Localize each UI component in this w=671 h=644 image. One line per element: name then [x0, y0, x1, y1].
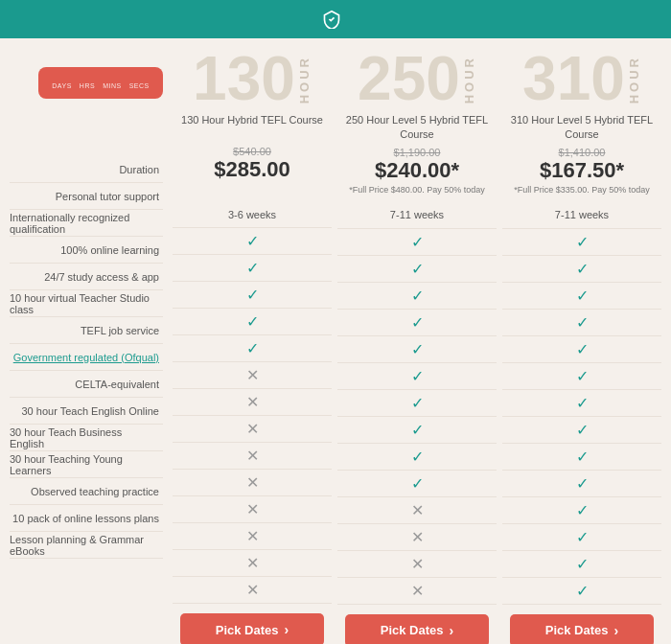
feature-label-11: 30 hour Teaching Young Learners	[10, 451, 163, 478]
check-icon: ✓	[411, 313, 424, 332]
pick-dates-button-2[interactable]: Pick Dates›	[510, 614, 653, 644]
feature-cell-2-7: ✓	[502, 390, 661, 417]
feature-cell-1-8: ✓	[337, 417, 497, 444]
price-current-1: $240.00*	[375, 158, 459, 183]
check-icon: ✓	[576, 474, 589, 493]
feature-cell-0-10: ✕	[173, 470, 332, 496]
feature-label-6: TEFL job service	[10, 317, 163, 344]
check-icon: ✓	[411, 394, 424, 412]
hour-number-2: 310	[522, 48, 625, 109]
cross-icon: ✕	[246, 581, 259, 599]
cross-icon: ✕	[411, 555, 424, 573]
feature-cells-2: 7-11 weeks✓✓✓✓✓✓✓✓✓✓✓✓✓✓	[502, 202, 661, 605]
course-name-2: 310 Hour Level 5 Hybrid TEFL Course	[502, 113, 661, 143]
check-icon: ✓	[576, 555, 589, 573]
cross-icon: ✕	[246, 473, 259, 492]
column-2: 310HOUR310 Hour Level 5 Hybrid TEFL Cour…	[502, 48, 661, 644]
pick-dates-button-0[interactable]: Pick Dates›	[180, 613, 323, 644]
feature-cell-0-1: ✓	[173, 228, 332, 255]
col-header-0: 130HOUR	[193, 48, 312, 109]
check-icon: ✓	[576, 287, 589, 305]
feature-cell-0-6: ✕	[173, 362, 332, 389]
feature-cell-2-5: ✓	[502, 336, 661, 363]
feature-cell-1-13: ✕	[337, 551, 497, 578]
feature-cell-1-6: ✓	[337, 363, 497, 390]
price-current-2: $167.50*	[540, 158, 624, 183]
feature-labels: DurationPersonal tutor supportInternatio…	[10, 156, 163, 559]
feature-label-9: 30 hour Teach English Online	[10, 398, 163, 425]
feature-cell-2-2: ✓	[502, 256, 661, 283]
check-icon: ✓	[576, 367, 589, 385]
check-icon: ✓	[411, 448, 424, 466]
cross-icon: ✕	[411, 501, 424, 519]
countdown-hrs-label: HRS	[80, 82, 95, 89]
feature-cell-2-13: ✓	[502, 551, 661, 578]
page-header	[0, 0, 671, 38]
feature-cell-1-10: ✓	[337, 471, 497, 497]
check-icon: ✓	[411, 340, 424, 358]
feature-label-12: Observed teaching practice	[10, 478, 163, 505]
feature-cell-1-11: ✕	[337, 497, 497, 524]
hour-label-2: HOUR	[627, 56, 641, 104]
check-icon: ✓	[576, 340, 589, 358]
column-1: 250HOUR250 Hour Level 5 Hybrid TEFL Cour…	[337, 48, 497, 644]
feature-cell-0-5: ✓	[173, 335, 332, 362]
feature-cell-0-4: ✓	[173, 309, 332, 335]
feature-label-3: 100% online learning	[10, 237, 163, 264]
duration-cell-2: 7-11 weeks	[502, 202, 661, 229]
col-header-1: 250HOUR	[358, 48, 476, 109]
check-icon: ✓	[246, 259, 259, 277]
feature-cells-0: 3-6 weeks✓✓✓✓✓✕✕✕✕✕✕✕✕✕	[173, 201, 332, 604]
cross-icon: ✕	[246, 527, 259, 545]
feature-cell-0-3: ✓	[173, 282, 332, 309]
feature-label-7: Government regulated (Ofqual)	[10, 344, 163, 371]
feature-cell-0-7: ✕	[173, 389, 332, 416]
feature-cell-2-8: ✓	[502, 417, 661, 444]
feature-cell-1-14: ✕	[337, 578, 497, 605]
pick-dates-button-1[interactable]: Pick Dates›	[345, 614, 488, 644]
check-icon: ✓	[576, 528, 589, 546]
feature-label-10: 30 hour Teach Business English	[10, 425, 163, 451]
price-note-1: *Full Price $480.00. Pay 50% today	[349, 185, 485, 198]
check-icon: ✓	[411, 474, 424, 493]
check-icon: ✓	[411, 233, 424, 251]
cross-icon: ✕	[246, 554, 259, 572]
price-note-2: *Full Price $335.00. Pay 50% today	[514, 185, 650, 198]
check-icon: ✓	[576, 421, 589, 439]
feature-cell-2-10: ✓	[502, 471, 661, 497]
check-icon: ✓	[246, 232, 259, 250]
feature-cell-0-8: ✕	[173, 416, 332, 443]
check-icon: ✓	[411, 367, 424, 385]
shield-icon	[322, 10, 341, 29]
cross-icon: ✕	[246, 366, 259, 384]
check-icon: ✓	[411, 260, 424, 278]
check-icon: ✓	[246, 339, 259, 357]
feature-cell-2-9: ✓	[502, 444, 661, 471]
check-icon: ✓	[576, 313, 589, 332]
hour-label-0: HOUR	[297, 56, 312, 104]
cross-icon: ✕	[411, 582, 424, 600]
price-original-2: $1,410.00	[559, 147, 606, 158]
feature-cell-1-12: ✕	[337, 524, 497, 551]
check-icon: ✓	[246, 286, 259, 304]
pick-dates-label-1: Pick Dates	[381, 623, 444, 637]
feature-cell-2-6: ✓	[502, 363, 661, 390]
feature-cell-0-9: ✕	[173, 443, 332, 470]
hour-number-0: 130	[193, 48, 295, 109]
feature-label-8: CELTA-equivalent	[10, 371, 163, 398]
feature-cell-0-11: ✕	[173, 496, 332, 523]
columns: 130HOUR130 Hour Hybrid TEFL Course$540.0…	[173, 48, 661, 644]
feature-cell-0-13: ✕	[173, 550, 332, 577]
pick-dates-label-2: Pick Dates	[545, 623, 609, 637]
feature-cell-1-7: ✓	[337, 390, 497, 417]
course-name-0: 130 Hour Hybrid TEFL Course	[181, 113, 323, 142]
feature-cell-2-3: ✓	[502, 283, 661, 310]
feature-cell-1-9: ✓	[337, 444, 497, 471]
course-name-1: 250 Hour Level 5 Hybrid TEFL Course	[337, 113, 497, 143]
feature-cell-1-2: ✓	[337, 256, 497, 283]
feature-label-0: Duration	[10, 156, 163, 183]
feature-cell-2-4: ✓	[502, 310, 661, 336]
feature-cell-1-5: ✓	[337, 336, 497, 363]
feature-cell-2-11: ✓	[502, 497, 661, 524]
feature-label-5: 10 hour virtual Teacher Studio class	[10, 290, 163, 317]
